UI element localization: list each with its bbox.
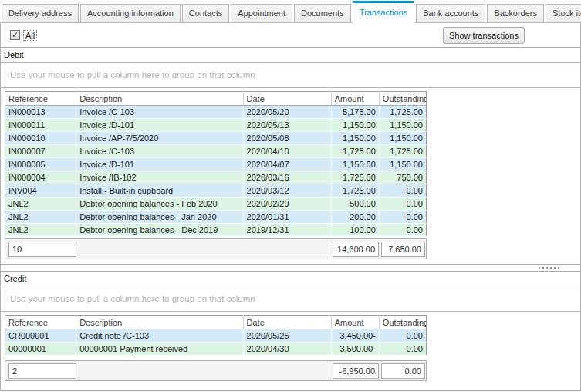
- cell-amount: 1,150.00: [331, 132, 379, 145]
- cell-date: 2019/12/31: [243, 224, 331, 237]
- cell-amount: 3,500.00-: [331, 343, 379, 356]
- cell-description: Credit note /C-103: [76, 329, 243, 343]
- checkbox-icon[interactable]: ✓: [10, 30, 20, 40]
- show-transactions-button[interactable]: Show transactions: [443, 27, 525, 44]
- cell-description: Invoice /IB-102: [76, 171, 243, 184]
- cell-outstanding: 750.00: [379, 171, 426, 184]
- credit-panel-title: Credit: [1, 272, 580, 286]
- cell-date: 2020/04/10: [243, 145, 331, 158]
- cell-reference: IN000007: [5, 145, 76, 158]
- cell-amount: 1,725.00: [331, 145, 379, 158]
- cell-date: 2020/05/25: [243, 329, 331, 343]
- credit-summary-footer: 2 -6,950.00 0.00: [5, 360, 427, 381]
- credit-amount-total: -6,950.00: [333, 363, 379, 379]
- cell-description: Invoice /D-101: [76, 119, 243, 132]
- table-row[interactable]: IN000010 Invoice /AP-7/5/2020 2020/05/08…: [5, 132, 427, 145]
- filter-toolbar: ✓ All Show transactions: [1, 23, 580, 48]
- cell-outstanding: 1,150.00: [379, 158, 426, 171]
- table-row[interactable]: JNL2 Debtor opening balances - Dec 2019 …: [5, 224, 427, 237]
- column-header-amount[interactable]: Amount: [331, 316, 379, 329]
- column-header-date[interactable]: Date: [243, 92, 331, 106]
- check-icon: ✓: [12, 31, 19, 39]
- cell-reference: IN000004: [5, 171, 76, 184]
- tab-documents[interactable]: Documents: [294, 4, 351, 23]
- cell-description: Debtor opening balances - Jan 2020: [76, 211, 243, 224]
- all-checkbox-label: All: [23, 30, 37, 41]
- cell-date: 2020/05/08: [243, 132, 331, 145]
- column-header-reference[interactable]: Reference: [5, 316, 76, 329]
- cell-outstanding: 1,150.00: [379, 119, 426, 132]
- tab-accounting-information[interactable]: Accounting information: [80, 4, 181, 23]
- tab-stock-items[interactable]: Stock items: [546, 4, 581, 23]
- cell-outstanding: 0.00: [379, 198, 426, 211]
- cell-description: Invoice /C-103: [76, 145, 243, 158]
- cell-date: 2020/05/13: [243, 119, 331, 132]
- transactions-window: Delivery address Accounting information …: [0, 0, 581, 392]
- cell-outstanding: 0.00: [379, 224, 426, 237]
- cell-outstanding: 0.00: [379, 343, 426, 356]
- credit-row-count: 2: [8, 363, 76, 379]
- column-header-description[interactable]: Description: [76, 92, 243, 106]
- credit-group-by-area[interactable]: Use your mouse to pull a column here to …: [1, 286, 580, 312]
- tab-backorders[interactable]: Backorders: [487, 4, 544, 23]
- table-row[interactable]: IN000004 Invoice /IB-102 2020/03/16 1,72…: [5, 171, 427, 184]
- debit-summary-footer: 10 14,600.00 7,650.00: [5, 238, 427, 259]
- debit-panel-title: Debit: [1, 48, 580, 63]
- tab-bar: Delivery address Accounting information …: [0, 0, 581, 23]
- panel-splitter[interactable]: [1, 264, 580, 272]
- table-row[interactable]: CR000001 Credit note /C-103 2020/05/25 3…: [5, 329, 427, 343]
- debit-grid: Reference Description Date Amount Outsta…: [5, 91, 427, 259]
- column-header-outstanding[interactable]: Outstanding: [379, 92, 426, 106]
- tab-bank-accounts[interactable]: Bank accounts: [416, 4, 485, 23]
- cell-description: Invoice /C-103: [76, 106, 243, 119]
- cell-reference: IN000011: [5, 119, 76, 132]
- cell-reference: JNL2: [5, 198, 76, 211]
- credit-header-row: Reference Description Date Amount Outsta…: [5, 316, 427, 329]
- cell-amount: 500.00: [331, 198, 379, 211]
- credit-panel: Credit Use your mouse to pull a column h…: [1, 272, 580, 390]
- cell-reference: IN000005: [5, 158, 76, 171]
- cell-description: 00000001 Payment received: [76, 343, 243, 356]
- cell-amount: 5,175.00: [331, 106, 379, 119]
- tab-content: ✓ All Show transactions Debit Use your m…: [0, 23, 581, 391]
- table-row[interactable]: JNL2 Debtor opening balances - Feb 2020 …: [5, 198, 427, 211]
- debit-group-by-area[interactable]: Use your mouse to pull a column here to …: [1, 63, 580, 88]
- group-by-hint-text: Use your mouse to pull a column here to …: [10, 294, 255, 303]
- cell-reference: JNL2: [5, 211, 76, 224]
- cell-description: Install - Built-in cupboard: [76, 184, 243, 198]
- cell-date: 2020/04/30: [243, 343, 331, 356]
- cell-description: Invoice /D-101: [76, 158, 243, 171]
- cell-amount: 100.00: [331, 224, 379, 237]
- table-row[interactable]: JNL2 Debtor opening balances - Jan 2020 …: [5, 211, 427, 224]
- cell-reference: JNL2: [5, 224, 76, 237]
- tab-delivery-address[interactable]: Delivery address: [2, 4, 79, 23]
- table-row[interactable]: 00000001 00000001 Payment received 2020/…: [5, 343, 427, 356]
- cell-date: 2020/03/16: [243, 171, 331, 184]
- cell-reference: IN000010: [5, 132, 76, 145]
- tab-appointment[interactable]: Appointment: [231, 4, 292, 23]
- tab-transactions[interactable]: Transactions: [353, 1, 415, 23]
- cell-date: 2020/02/29: [243, 198, 331, 211]
- cell-reference: INV004: [5, 184, 76, 198]
- table-row[interactable]: IN000007 Invoice /C-103 2020/04/10 1,725…: [5, 145, 427, 158]
- cell-description: Invoice /AP-7/5/2020: [76, 132, 243, 145]
- table-row[interactable]: IN000011 Invoice /D-101 2020/05/13 1,150…: [5, 119, 427, 132]
- cell-amount: 1,725.00: [331, 184, 379, 198]
- table-row[interactable]: INV004 Install - Built-in cupboard 2020/…: [5, 184, 427, 198]
- debit-panel: Debit Use your mouse to pull a column he…: [1, 48, 580, 264]
- splitter-grip-icon[interactable]: [539, 267, 560, 269]
- cell-reference: IN000013: [5, 106, 76, 119]
- cell-outstanding: 0.00: [379, 329, 426, 343]
- table-row[interactable]: IN000005 Invoice /D-101 2020/04/07 1,150…: [5, 158, 427, 171]
- column-header-date[interactable]: Date: [243, 316, 331, 329]
- column-header-amount[interactable]: Amount: [331, 92, 379, 106]
- column-header-reference[interactable]: Reference: [5, 92, 76, 106]
- table-row[interactable]: IN000013 Invoice /C-103 2020/05/20 5,175…: [5, 106, 427, 119]
- credit-grid: Reference Description Date Amount Outsta…: [5, 315, 427, 381]
- all-checkbox[interactable]: ✓ All: [10, 30, 37, 41]
- cell-outstanding: 1,150.00: [379, 132, 426, 145]
- debit-outstanding-total: 7,650.00: [381, 242, 425, 257]
- column-header-outstanding[interactable]: Outstanding: [379, 316, 426, 329]
- tab-contacts[interactable]: Contacts: [182, 4, 229, 23]
- column-header-description[interactable]: Description: [76, 316, 243, 329]
